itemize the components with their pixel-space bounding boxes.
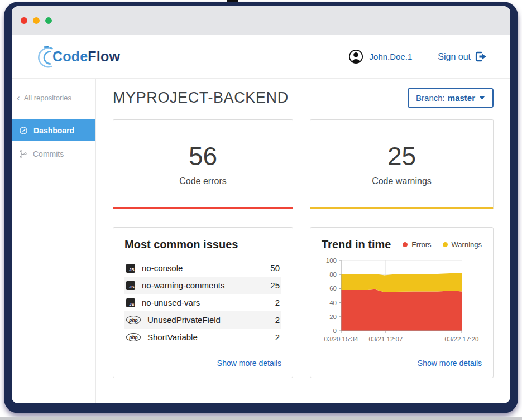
issue-row: JSno-warning-comments25 (124, 277, 281, 294)
issue-row: JSno-unused-vars2 (124, 294, 281, 311)
code-errors-value: 56 (189, 141, 217, 171)
close-window-button[interactable] (21, 17, 27, 24)
issue-count: 2 (275, 332, 280, 342)
svg-text:0: 0 (333, 327, 337, 334)
issue-name: no-console (142, 263, 270, 273)
sidebar-item-commits[interactable]: Commits (12, 143, 95, 165)
caret-down-icon (479, 96, 485, 100)
chevron-left-icon: ‹ (17, 93, 20, 103)
trend-title: Trend in time (322, 238, 391, 251)
desktop-edge (0, 417, 522, 420)
zoom-window-button[interactable] (45, 17, 52, 24)
legend-item-warnings: Warnings (443, 240, 482, 249)
issues-title: Most common issues (124, 238, 281, 251)
issue-name: ShortVariable (147, 332, 275, 342)
code-warnings-label: Code warnings (372, 176, 432, 186)
page-title: MYPROJECT-BACKEND (113, 89, 289, 107)
app-header: CodeFlow John.Doe.1 Sign out (12, 35, 510, 79)
username[interactable]: John.Doe.1 (370, 52, 413, 61)
js-icon: JS (126, 281, 135, 290)
code-errors-card: 56 Code errors (113, 119, 293, 209)
svg-text:100: 100 (326, 257, 337, 264)
legend-label: Errors (411, 240, 431, 249)
svg-text:20: 20 (329, 313, 337, 320)
git-branch-icon (19, 149, 27, 158)
issue-name: no-unused-vars (142, 298, 275, 307)
issue-name: no-warning-comments (142, 281, 270, 290)
sign-out-icon (475, 51, 487, 62)
issue-name: UnusedPrivateField (147, 315, 275, 325)
browser-chrome: CodeFlow John.Doe.1 Sign out (12, 6, 510, 403)
issue-row: phpUnusedPrivateField2 (124, 311, 281, 329)
user-area: John.Doe.1 Sign out (348, 49, 487, 64)
svg-text:03/22 17:20: 03/22 17:20 (445, 336, 479, 342)
all-repositories-link[interactable]: ‹ All repositories (12, 90, 95, 106)
logo-text-flow: Flow (88, 49, 120, 64)
js-icon: JS (126, 264, 135, 273)
svg-text:80: 80 (329, 271, 337, 278)
chart-legend: ErrorsWarnings (391, 240, 482, 249)
logo-text-code: Code (52, 49, 88, 64)
php-icon: php (126, 333, 141, 341)
avatar (348, 49, 363, 64)
svg-text:03/21 12:07: 03/21 12:07 (369, 336, 403, 342)
trend-show-more-link[interactable]: Show more details (418, 359, 482, 370)
issue-row: JSno-console50 (124, 259, 281, 277)
legend-label: Warnings (452, 240, 482, 249)
codeflow-logo: CodeFlow (33, 45, 120, 69)
legend-dot (443, 242, 448, 247)
legend-item-errors: Errors (403, 240, 431, 249)
app-window: CodeFlow John.Doe.1 Sign out (4, 2, 518, 413)
gauge-icon (19, 126, 28, 135)
code-warnings-card: 25 Code warnings (310, 119, 494, 209)
php-icon: php (126, 316, 141, 324)
minimize-window-button[interactable] (33, 17, 40, 24)
most-common-issues-card: Most common issues JSno-console50JSno-wa… (113, 227, 293, 378)
sign-out-button[interactable]: Sign out (438, 51, 487, 62)
issues-show-more-link[interactable]: Show more details (217, 359, 281, 370)
svg-text:03/20 15:34: 03/20 15:34 (324, 336, 358, 342)
sidebar: ‹ All repositories Dashboard (12, 79, 96, 403)
issue-count: 50 (270, 263, 280, 273)
svg-text:60: 60 (329, 285, 337, 292)
main-content: MYPROJECT-BACKEND Branch:master 56 Code … (96, 79, 510, 403)
issue-count: 2 (275, 298, 280, 307)
svg-text:40: 40 (329, 300, 337, 306)
branch-selector[interactable]: Branch:master (408, 88, 494, 108)
code-warnings-value: 25 (387, 141, 416, 171)
window-titlebar (12, 6, 510, 35)
issue-count: 25 (270, 281, 280, 290)
js-icon: JS (126, 298, 135, 307)
sidebar-item-dashboard[interactable]: Dashboard (12, 119, 95, 141)
issue-count: 2 (275, 315, 280, 325)
issue-row: phpShortVariable2 (124, 329, 281, 346)
legend-dot (403, 242, 408, 247)
trend-card: Trend in time ErrorsWarnings 02040608010… (310, 227, 494, 378)
code-errors-label: Code errors (179, 176, 226, 186)
trend-area-chart: 02040608010003/20 15:3403/21 12:0703/22 … (322, 255, 482, 346)
issues-list: JSno-console50JSno-warning-comments25JSn… (124, 259, 281, 346)
